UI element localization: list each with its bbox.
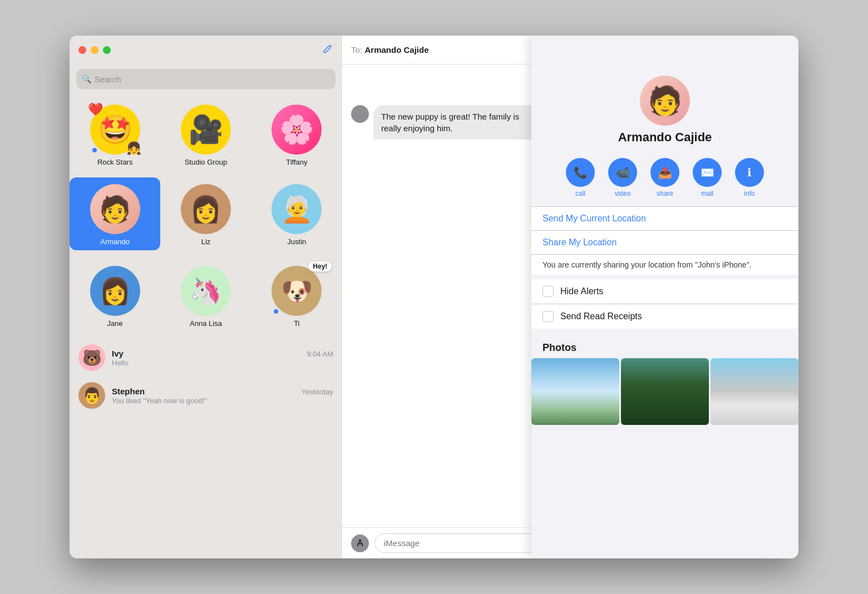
photo-thumb-3[interactable] xyxy=(711,358,798,446)
share-location-section: Share My Location xyxy=(531,231,798,254)
close-button[interactable] xyxy=(78,46,86,54)
pinned-name-jane: Jane xyxy=(107,319,123,328)
pinned-name-rock-stars: Rock Stars xyxy=(97,158,133,166)
pinned-name-tiffany: Tiffany xyxy=(286,158,307,166)
search-bar[interactable]: 🔍 Search xyxy=(76,69,336,89)
hide-alerts-label: Hide Alerts xyxy=(560,286,603,296)
info-share-button[interactable]: 📤 share xyxy=(650,158,679,197)
pinned-name-studio-group: Studio Group xyxy=(185,158,228,166)
info-video-button[interactable]: 📹 video xyxy=(608,158,637,197)
hey-badge: Hey! xyxy=(308,261,332,271)
ivy-time: 9:04 AM xyxy=(307,350,333,358)
sidebar: 🔍 Search 🤩 ❤️ 👧 Rock Stars xyxy=(70,36,342,558)
hide-alerts-section: Hide Alerts xyxy=(531,279,798,304)
info-panel: 🧑 Armando Cajide 📞 call 📹 video 📤 share … xyxy=(531,36,798,558)
info-panel-header xyxy=(531,36,798,65)
video-icon: 📹 xyxy=(608,158,637,187)
video-label: video xyxy=(615,190,631,197)
photos-grid xyxy=(531,358,798,457)
photos-header: Photos xyxy=(531,333,798,358)
fullscreen-button[interactable] xyxy=(103,46,111,54)
pinned-row-1: 🤩 ❤️ 👧 Rock Stars 🎥 Studio Group xyxy=(70,96,342,175)
pinned-item-rock-stars[interactable]: 🤩 ❤️ 👧 Rock Stars xyxy=(70,98,160,171)
ivy-name: Ivy xyxy=(112,349,124,358)
studio-group-emoji: 🎥 xyxy=(189,113,223,146)
recipient-section: To: Armando Cajide xyxy=(351,45,429,55)
hide-alerts-checkbox[interactable] xyxy=(542,286,554,297)
girl-overlay-icon: 👧 xyxy=(126,141,141,156)
heart-overlay-icon: ❤️ xyxy=(88,102,103,117)
pinned-name-armando: Armando xyxy=(100,237,130,246)
app-window: 🔍 Search 🤩 ❤️ 👧 Rock Stars xyxy=(70,36,798,558)
stephen-name: Stephen xyxy=(112,387,145,396)
search-placeholder: Search xyxy=(95,75,121,84)
ti-unread-dot xyxy=(273,308,279,315)
conversation-ivy[interactable]: 🐻 Ivy 9:04 AM Hello xyxy=(70,339,342,377)
pinned-row-3: 👩 Jane 🦄 Anna Lisa 🐶 Hey! Ti xyxy=(70,257,342,339)
photos-section: Photos xyxy=(531,333,798,457)
pinned-name-liz: Liz xyxy=(201,237,211,246)
pinned-name-ti: Ti xyxy=(294,319,299,328)
stephen-avatar: 👨 xyxy=(78,382,105,409)
separator-2 xyxy=(531,329,798,333)
pinned-name-justin: Justin xyxy=(287,237,306,246)
photo-thumb-1[interactable] xyxy=(531,358,619,446)
pinned-item-ti[interactable]: 🐶 Hey! Ti xyxy=(251,259,342,332)
send-location-button[interactable]: Send My Current Location xyxy=(531,207,798,230)
location-note: You are currently sharing your location … xyxy=(531,255,798,275)
pinned-item-liz[interactable]: 👩 Liz xyxy=(160,177,251,250)
stephen-time: Yesterday xyxy=(302,388,333,396)
compose-button[interactable] xyxy=(322,43,333,57)
mail-icon: ✉️ xyxy=(693,158,722,187)
sender-avatar xyxy=(351,105,369,123)
info-contact-name: Armando Cajide xyxy=(618,130,712,145)
share-label: share xyxy=(657,190,673,197)
pinned-item-armando[interactable]: 🧑 Armando xyxy=(70,177,160,250)
call-icon: 📞 xyxy=(566,158,595,187)
pinned-name-anna-lisa: Anna Lisa xyxy=(190,319,222,328)
minimize-button[interactable] xyxy=(91,46,98,54)
ivy-avatar: 🐻 xyxy=(78,344,105,371)
pinned-row-2: 🧑 Armando 👩 Liz 🧑‍🦳 Justin xyxy=(70,175,342,257)
info-call-button[interactable]: 📞 call xyxy=(566,158,595,197)
send-read-receipts-checkbox[interactable] xyxy=(542,311,554,322)
pinned-item-justin[interactable]: 🧑‍🦳 Justin xyxy=(251,177,342,250)
photo-thumb-2[interactable] xyxy=(621,358,709,446)
search-icon: 🔍 xyxy=(82,75,91,83)
pinned-item-tiffany[interactable]: 🌸 Tiffany xyxy=(251,98,342,171)
info-icon: ℹ xyxy=(735,158,764,187)
send-read-receipts-label: Send Read Receipts xyxy=(560,311,642,321)
pinned-item-jane[interactable]: 👩 Jane xyxy=(70,259,160,332)
info-label: info xyxy=(744,190,754,197)
hide-alerts-item: Hide Alerts xyxy=(531,279,798,304)
message-2: The new puppy is great! The family is re… xyxy=(373,105,548,140)
conversation-list: 🐻 Ivy 9:04 AM Hello 👨 Stephen Yesterday xyxy=(70,339,342,558)
share-location-button[interactable]: Share My Location xyxy=(531,231,798,254)
share-icon: 📤 xyxy=(650,158,679,187)
info-actions: 📞 call 📹 video 📤 share ✉️ mail ℹ info xyxy=(531,154,798,206)
traffic-lights xyxy=(78,46,111,54)
stephen-preview: You liked "Yeah now is good!" xyxy=(112,397,333,405)
info-info-button[interactable]: ℹ info xyxy=(735,158,764,197)
mail-label: mail xyxy=(701,190,713,197)
unread-dot xyxy=(91,147,98,154)
send-location-section: Send My Current Location xyxy=(531,207,798,230)
info-mail-button[interactable]: ✉️ mail xyxy=(693,158,722,197)
conversation-stephen[interactable]: 👨 Stephen Yesterday You liked "Yeah now … xyxy=(70,377,342,414)
stephen-content: Stephen Yesterday You liked "Yeah now is… xyxy=(112,387,333,405)
send-read-receipts-section: Send Read Receipts xyxy=(531,304,798,329)
ivy-preview: Hello xyxy=(112,359,333,367)
ivy-content: Ivy 9:04 AM Hello xyxy=(112,349,333,367)
pinned-item-studio-group[interactable]: 🎥 Studio Group xyxy=(160,98,251,171)
sender-avatar-small: A xyxy=(351,534,369,552)
pinned-item-anna-lisa[interactable]: 🦄 Anna Lisa xyxy=(160,259,251,332)
info-avatar: 🧑 xyxy=(640,76,690,126)
separator-1 xyxy=(531,275,798,279)
call-label: call xyxy=(575,190,585,197)
chat-recipient-name: Armando Cajide xyxy=(364,45,428,55)
send-read-receipts-item: Send Read Receipts xyxy=(531,304,798,329)
info-avatar-emoji: 🧑 xyxy=(648,85,682,117)
info-avatar-section: 🧑 Armando Cajide xyxy=(531,65,798,154)
titlebar xyxy=(70,36,342,65)
to-label: To: xyxy=(351,45,362,55)
